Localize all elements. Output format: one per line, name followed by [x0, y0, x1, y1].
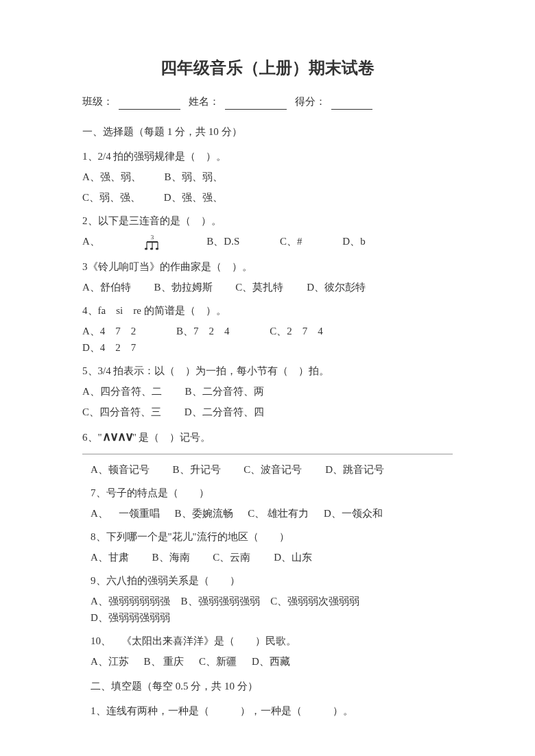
svg-point-6 — [150, 247, 152, 249]
q5-option-c: C、四分音符、三 — [82, 404, 161, 420]
q2-options: A、 3 B、D.S C、# D、b — [82, 233, 453, 252]
q2-option-d: D、b — [342, 233, 365, 249]
question-7: 7、号子的特点是（ ） A、 一领重唱 B、委婉流畅 C、 雄壮有力 D、一领众… — [91, 485, 453, 522]
svg-point-7 — [155, 247, 158, 249]
q4-option-b: B、7 2 4 — [176, 323, 230, 339]
fill1-text: 1、连线有两种，一种是（ ），一种是（ ）。 — [91, 703, 453, 719]
q8-option-b: B、海南 — [152, 549, 190, 565]
triplet-icon: 3 — [143, 234, 164, 252]
q3-option-a: A、舒伯特 — [82, 279, 131, 295]
class-blank[interactable] — [119, 97, 180, 110]
q10-option-c: C、新疆 — [199, 653, 237, 670]
q3-option-c: C、莫扎特 — [235, 279, 283, 295]
q1-option-a: A、强、弱、 — [82, 169, 141, 185]
q9-options: A、强弱弱弱弱强 B、强弱强弱强弱 C、强弱弱次强弱弱 D、强弱弱强弱弱 — [91, 593, 453, 626]
q7-options: A、 一领重唱 B、委婉流畅 C、 雄壮有力 D、一领众和 — [91, 505, 453, 522]
q1-options-row1: A、强、弱、 B、弱、弱、 — [82, 169, 453, 185]
q9-text: 9、六八拍的强弱关系是（ ） — [91, 572, 453, 589]
q10-text: 10、 《太阳出来喜洋洋》是（ ）民歌。 — [91, 633, 453, 649]
svg-text:3: 3 — [150, 234, 154, 241]
q2-text: 2、以下是三连音的是（ ）。 — [82, 212, 453, 229]
q7-option-b: B、委婉流畅 — [175, 505, 233, 522]
q10-option-d: D、西藏 — [252, 653, 290, 670]
score-blank[interactable] — [331, 97, 372, 110]
q9-option-b: B、强弱强弱强弱 — [181, 593, 260, 609]
q4-text: 4、fa si re 的简谱是（ ）。 — [82, 302, 453, 319]
q3-option-d: D、彼尔彭特 — [307, 279, 366, 295]
question-6: 6、"∧∨∧∨" 是（ ）记号。 — [82, 427, 453, 447]
q6-options: A、顿音记号 B、升记号 C、波音记号 D、跳音记号 — [91, 461, 453, 478]
q8-option-c: C、云南 — [213, 549, 250, 565]
q4-option-a: A、4 7 2 — [82, 323, 136, 339]
q9-option-c: C、强弱弱次强弱弱 — [270, 593, 359, 609]
section-1-title: 一、选择题（每题 1 分，共 10 分） — [82, 123, 453, 140]
q8-options: A、甘肃 B、海南 C、云南 D、山东 — [91, 549, 453, 565]
q3-options: A、舒伯特 B、勃拉姆斯 C、莫扎特 D、彼尔彭特 — [82, 279, 453, 295]
q10-option-b: B、 重庆 — [144, 653, 185, 670]
q5-options-row2: C、四分音符、三 D、二分音符、四 — [82, 404, 453, 420]
q5-option-b: B、二分音符、两 — [185, 383, 264, 400]
q2-option-c: C、# — [280, 233, 302, 249]
class-label: 班级： — [82, 96, 113, 107]
name-blank[interactable] — [225, 97, 287, 110]
question-2: 2、以下是三连音的是（ ）。 A、 3 B、D.S C、# D、b — [82, 212, 453, 252]
q7-option-a: A、 一领重唱 — [91, 505, 160, 522]
q5-option-a: A、四分音符、二 — [82, 383, 162, 400]
score-label: 得分： — [295, 96, 326, 107]
question-10: 10、 《太阳出来喜洋洋》是（ ）民歌。 A、江苏 B、 重庆 C、新疆 D、西… — [91, 633, 453, 670]
q7-text: 7、号子的特点是（ ） — [91, 485, 453, 501]
question-6-options: A、顿音记号 B、升记号 C、波音记号 D、跳音记号 — [91, 461, 453, 478]
q1-option-b: B、弱、弱、 — [165, 169, 223, 185]
q8-option-a: A、甘肃 — [91, 549, 129, 565]
q2-option-b: B、D.S — [206, 233, 239, 249]
q4-option-c: C、2 7 4 — [270, 323, 323, 339]
divider-line — [82, 454, 453, 454]
q5-text: 5、3/4 拍表示：以（ ）为一拍，每小节有（ ）拍。 — [82, 363, 453, 379]
q6-option-b: B、升记号 — [173, 461, 221, 478]
mordent-icon: ∧∨∧∨ — [102, 430, 132, 443]
q5-options-row1: A、四分音符、二 B、二分音符、两 — [82, 383, 453, 400]
q7-option-d: D、一领众和 — [324, 505, 383, 522]
question-3: 3《铃儿响叮当》的作曲家是（ ）。 A、舒伯特 B、勃拉姆斯 C、莫扎特 D、彼… — [82, 258, 453, 295]
question-5: 5、3/4 拍表示：以（ ）为一拍，每小节有（ ）拍。 A、四分音符、二 B、二… — [82, 363, 453, 420]
q1-text: 1、2/4 拍的强弱规律是（ ）。 — [82, 148, 453, 164]
question-1: 1、2/4 拍的强弱规律是（ ）。 A、强、弱、 B、弱、弱、 C、弱、强、 D… — [82, 148, 453, 206]
q4-options: A、4 7 2 B、7 2 4 C、2 7 4 D、4 2 7 — [82, 323, 453, 356]
q3-option-b: B、勃拉姆斯 — [154, 279, 213, 295]
question-4: 4、fa si re 的简谱是（ ）。 A、4 7 2 B、7 2 4 C、2 … — [82, 302, 453, 356]
question-9: 9、六八拍的强弱关系是（ ） A、强弱弱弱弱强 B、强弱强弱强弱 C、强弱弱次强… — [91, 572, 453, 626]
q6-option-c: C、波音记号 — [243, 461, 302, 478]
q5-option-d: D、二分音符、四 — [185, 404, 264, 420]
section-2-title: 二、填空题（每空 0.5 分，共 10 分） — [91, 678, 453, 694]
question-8: 8、下列哪一个是"花儿"流行的地区（ ） A、甘肃 B、海南 C、云南 D、山东 — [91, 528, 453, 565]
header-fields: 班级： 姓名： 得分： — [82, 93, 453, 110]
q6-option-d: D、跳音记号 — [325, 461, 384, 478]
q9-option-a: A、强弱弱弱弱强 — [91, 593, 170, 609]
q4-option-d: D、4 2 7 — [82, 339, 136, 356]
svg-point-5 — [144, 247, 147, 249]
q1-option-d: D、强、强、 — [164, 189, 223, 206]
q3-text: 3《铃儿响叮当》的作曲家是（ ）。 — [82, 258, 453, 275]
q1-option-c: C、弱、强、 — [82, 189, 141, 206]
q10-option-a: A、江苏 — [91, 653, 129, 670]
q7-option-c: C、 雄壮有力 — [248, 505, 309, 522]
q6-option-a: A、顿音记号 — [91, 461, 150, 478]
q8-text: 8、下列哪一个是"花儿"流行的地区（ ） — [91, 528, 453, 545]
fill-question-1: 1、连线有两种，一种是（ ），一种是（ ）。 — [91, 703, 453, 719]
q8-option-d: D、山东 — [274, 549, 312, 565]
exam-title: 四年级音乐（上册）期末试卷 — [82, 55, 453, 81]
q9-option-d: D、强弱弱强弱弱 — [91, 609, 170, 626]
q6-text: 6、"∧∨∧∨" 是（ ）记号。 — [82, 427, 453, 447]
q1-options-row2: C、弱、强、 D、强、强、 — [82, 189, 453, 206]
q2-option-a: A、 3 — [82, 233, 167, 252]
q10-options: A、江苏 B、 重庆 C、新疆 D、西藏 — [91, 653, 453, 670]
name-label: 姓名： — [189, 96, 219, 107]
